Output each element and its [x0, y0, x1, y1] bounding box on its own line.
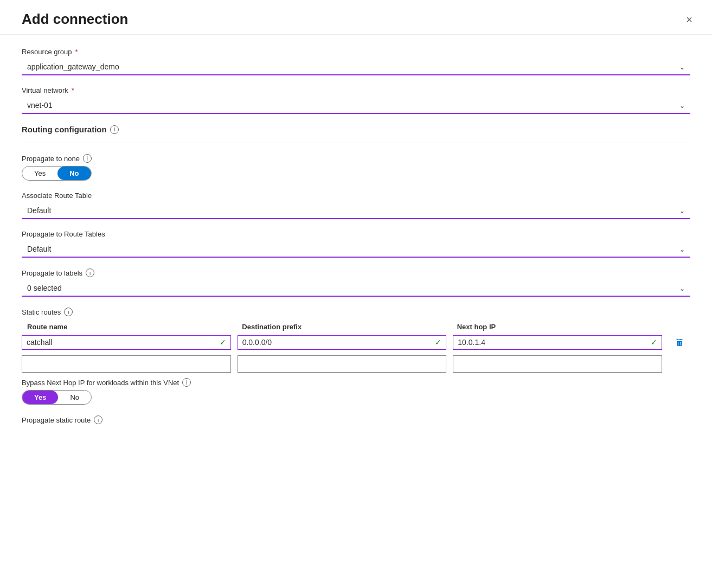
panel-body: Resource group * application_gateway_dem…	[0, 35, 712, 457]
route-name-input-2[interactable]	[22, 356, 230, 372]
next-hop-ip-wrapper-1: ✓	[453, 335, 662, 350]
bypass-next-hop-section: Bypass Next Hop IP for workloads within …	[22, 378, 690, 405]
bypass-next-hop-toggle: Yes No	[22, 390, 92, 405]
static-routes-info-icon[interactable]: i	[64, 308, 73, 316]
add-connection-panel: Add connection × Resource group * applic…	[0, 0, 712, 588]
next-hop-ip-input-2[interactable]	[453, 356, 662, 372]
resource-group-group: Resource group * application_gateway_dem…	[22, 48, 690, 75]
close-button[interactable]: ×	[682, 12, 697, 27]
routing-configuration-section: Routing configuration i Propagate to non…	[22, 125, 690, 424]
propagate-labels-group: Propagate to labels i 0 selected ⌄	[22, 269, 690, 297]
destination-prefix-col-header: Destination prefix	[238, 323, 446, 331]
propagate-none-info-icon[interactable]: i	[83, 154, 92, 163]
required-marker: *	[75, 48, 78, 56]
static-routes-section: Static routes i Route name Destination p…	[22, 308, 690, 373]
propagate-labels-select[interactable]: 0 selected	[22, 280, 690, 297]
route-name-col-header: Route name	[23, 323, 231, 331]
associate-route-table-select-wrapper: Default ⌄	[22, 203, 690, 219]
propagate-labels-label: Propagate to labels i	[22, 269, 690, 277]
delete-row-1-button[interactable]	[669, 336, 690, 349]
next-hop-ip-col-header: Next hop IP	[453, 323, 661, 331]
propagate-route-tables-select[interactable]: Default	[22, 241, 690, 258]
destination-prefix-input-1[interactable]	[242, 338, 433, 347]
routing-divider	[22, 143, 690, 143]
resource-group-select-wrapper: application_gateway_demo ⌄	[22, 59, 690, 75]
bypass-yes-button[interactable]: Yes	[22, 391, 58, 404]
propagate-route-tables-group: Propagate to Route Tables Default ⌄	[22, 230, 690, 258]
associate-route-table-group: Associate Route Table Default ⌄	[22, 191, 690, 219]
panel-header: Add connection ×	[0, 0, 712, 35]
required-marker-vnet: *	[72, 86, 74, 94]
virtual-network-label: Virtual network *	[22, 86, 690, 94]
route-name-input-1[interactable]	[27, 338, 217, 347]
propagate-to-none-label: Propagate to none i	[22, 154, 690, 163]
destination-prefix-input-2[interactable]	[238, 356, 446, 372]
next-hop-ip-input-2-wrapper	[453, 355, 662, 373]
propagate-static-route-label: Propagate static route i	[22, 416, 690, 424]
destination-prefix-input-2-wrapper	[238, 355, 447, 373]
virtual-network-group: Virtual network * vnet-01 ⌄	[22, 86, 690, 114]
table-row	[22, 355, 690, 373]
routing-config-title: Routing configuration i	[22, 125, 690, 134]
propagate-to-none-toggle: Yes No	[22, 166, 92, 181]
panel-title: Add connection	[22, 11, 128, 28]
bypass-next-hop-label: Bypass Next Hop IP for workloads within …	[22, 378, 690, 387]
destination-prefix-wrapper-1: ✓	[238, 335, 447, 350]
next-hop-ip-check-icon-1: ✓	[651, 338, 657, 347]
propagate-route-tables-select-wrapper: Default ⌄	[22, 241, 690, 258]
propagate-static-route-section: Propagate static route i	[22, 416, 690, 424]
virtual-network-select-wrapper: vnet-01 ⌄	[22, 98, 690, 114]
routing-config-info-icon[interactable]: i	[110, 125, 119, 134]
resource-group-label: Resource group *	[22, 48, 690, 56]
associate-route-table-select[interactable]: Default	[22, 203, 690, 219]
route-name-wrapper-1: ✓	[22, 335, 231, 350]
propagate-labels-select-wrapper: 0 selected ⌄	[22, 280, 690, 297]
propagate-static-route-info-icon[interactable]: i	[94, 416, 102, 424]
propagate-none-no-button[interactable]: No	[57, 167, 91, 180]
bypass-no-button[interactable]: No	[58, 391, 91, 404]
bypass-next-hop-info-icon[interactable]: i	[182, 378, 191, 387]
resource-group-select[interactable]: application_gateway_demo	[22, 59, 690, 75]
next-hop-ip-input-1[interactable]	[458, 338, 649, 347]
propagate-route-tables-label: Propagate to Route Tables	[22, 230, 690, 238]
route-name-check-icon-1: ✓	[220, 338, 226, 347]
route-name-input-2-wrapper	[22, 355, 231, 373]
associate-route-table-label: Associate Route Table	[22, 191, 690, 200]
propagate-none-yes-button[interactable]: Yes	[22, 167, 57, 180]
propagate-to-none-group: Propagate to none i Yes No	[22, 154, 690, 181]
virtual-network-select[interactable]: vnet-01	[22, 98, 690, 114]
propagate-labels-info-icon[interactable]: i	[86, 269, 94, 277]
routes-table-header: Route name Destination prefix Next hop I…	[22, 323, 690, 331]
table-row: ✓ ✓ ✓	[22, 335, 690, 350]
trash-icon	[675, 338, 684, 347]
static-routes-label: Static routes i	[22, 308, 690, 316]
destination-prefix-check-icon-1: ✓	[435, 338, 441, 347]
